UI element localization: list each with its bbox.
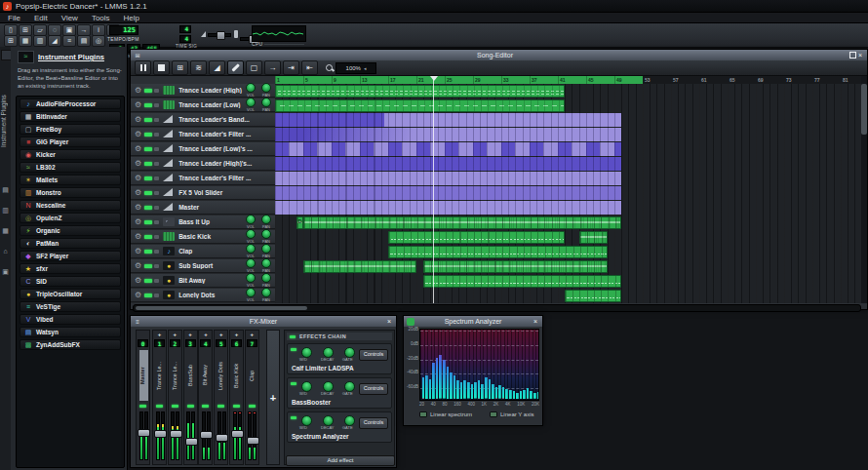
pattern-segment[interactable] [423,260,608,273]
plugin-item-opulenz[interactable]: ◎OpulenZ [20,213,121,223]
track-name[interactable]: Bit Away [178,277,245,284]
stop-behaviour-end-button[interactable]: ⇥ [283,60,299,75]
fx-mixer-toggle-icon[interactable]: ≡ [62,35,76,47]
pattern-segment[interactable] [565,290,621,302]
channel-fader[interactable] [216,434,228,442]
track-mute-led[interactable] [144,147,152,151]
project-notes-toggle-icon[interactable]: ▤ [77,35,91,47]
plugin-item-mallets[interactable]: ✶Mallets [20,175,121,185]
plugin-item-audiofileprocessor[interactable]: ♪AudioFileProcessor [20,98,121,109]
track-solo-led[interactable] [154,294,159,297]
plugin-item-freeboy[interactable]: ▢FreeBoy [20,124,121,135]
track-solo-led[interactable] [154,191,159,195]
track-header[interactable]: ⚙♪ClapVOLPAN [131,245,275,258]
automation-segment[interactable] [275,128,621,141]
pan-knob[interactable] [261,98,271,107]
stop-behaviour-start-button[interactable]: ⇤ [301,60,318,75]
track-name[interactable]: Sub Suport [178,262,245,269]
track-name[interactable]: Trance Leader's Filter ... [178,175,275,181]
vertical-scrollbar[interactable] [861,76,867,303]
track-gear-icon[interactable]: ⚙ [135,276,141,285]
vol-knob[interactable] [246,244,256,254]
song-content-area[interactable]: Do [275,84,861,303]
track-solo-led[interactable] [154,250,159,254]
plugin-item-monstro[interactable]: ▥Monstro [20,187,121,198]
timeline[interactable]: 159131721252933374145495357616569737781 [275,76,861,84]
pan-knob[interactable] [261,229,271,239]
track-gear-icon[interactable]: ⚙ [135,144,141,153]
track-solo-led[interactable] [154,147,159,151]
spectrum-checkbox-linear-spectrum[interactable]: Linear spectrum [419,411,472,417]
effect-controls-button[interactable]: Controls [359,383,388,395]
vol-knob[interactable] [246,83,256,93]
plugin-item-lb302[interactable]: ≈LB302 [20,162,121,173]
track-header[interactable]: ⚙Basic KickVOLPAN [131,230,275,244]
fx-channel-6[interactable]: +6Basic Kick [229,330,244,465]
fx-channel-2[interactable]: +2Trance Le... [168,330,182,465]
plugin-item-kicker[interactable]: ◉Kicker [20,149,121,160]
piano-roll-toggle-icon[interactable]: ▥ [33,35,47,47]
track-mute-led[interactable] [144,206,152,210]
fx-channel-7[interactable]: +7Clap [245,330,259,465]
track-gear-icon[interactable]: ⚙ [135,174,141,182]
effects-chain-led[interactable] [290,335,296,338]
new-fx-channel-button[interactable]: + [266,330,280,465]
track-mute-led[interactable] [144,294,152,297]
zoom-level-control[interactable]: 100% ◂ [335,62,376,74]
channel-name[interactable]: Clap [249,350,257,401]
vol-knob[interactable] [246,288,256,297]
track-gear-icon[interactable]: ⚙ [135,130,141,138]
channel-mute-led[interactable] [172,405,178,408]
track-lane[interactable] [275,113,861,128]
channel-mute-led[interactable] [217,405,224,408]
track-mute-led[interactable] [144,250,152,254]
zoom-dropdown-arrow-icon[interactable]: ◂ [364,65,367,71]
track-gear-icon[interactable]: ⚙ [135,217,141,226]
plugin-item-bitinvader[interactable]: ▦BitInvader [20,111,121,122]
channel-send-plus-icon[interactable]: + [199,332,212,337]
track-header[interactable]: ⚙Master [131,201,275,215]
plugin-item-sf2-player[interactable]: ◆SF2 Player [20,251,121,261]
plugin-item-organic[interactable]: ⚡Organic [20,225,121,236]
track-lane[interactable] [275,201,861,215]
channel-name[interactable]: Lonely Dots [217,350,226,401]
track-gear-icon[interactable]: ⚙ [135,232,141,241]
track-solo-led[interactable] [154,118,159,122]
channel-mute-led[interactable] [202,405,209,408]
effect-slot-bassbooster[interactable]: W/DDECAYGATEControlsBassBooster [287,377,392,409]
effect-controls-button[interactable]: Controls [359,417,388,429]
channel-fader[interactable] [247,437,259,445]
track-solo-led[interactable] [154,279,159,283]
sidebar-tab-instrument-plugins[interactable]: Instrument Plugins [0,62,11,179]
vol-knob[interactable] [246,258,256,268]
stop-button[interactable] [153,60,170,75]
track-lane[interactable] [275,98,861,113]
add-effect-button[interactable]: Add effect [286,455,395,466]
automation-segment[interactable] [275,113,621,127]
track-name[interactable]: Trance Leader (High) [178,87,245,94]
close-icon[interactable]: × [385,318,393,326]
track-header[interactable]: ⚙Trance Leader's Band... [131,113,275,127]
track-name[interactable]: Trance Leader's Band... [178,116,275,123]
channel-fader[interactable] [185,438,198,446]
track-gear-icon[interactable]: ⚙ [135,188,141,197]
pattern-segment[interactable] [388,246,608,258]
channel-send-plus-icon[interactable]: + [215,332,227,337]
fx-mixer-title-bar[interactable]: ≡ FX-Mixer × [131,316,396,327]
plugin-item-nescaline[interactable]: NNescaline [20,200,121,211]
track-lane[interactable] [275,186,861,201]
plugin-item-watsyn[interactable]: ▤Watsyn [20,327,121,337]
track-mute-led[interactable] [144,118,152,122]
vol-knob[interactable] [246,98,256,107]
track-lane[interactable] [275,289,861,303]
menu-file[interactable]: File [2,14,26,22]
fx-channel-5[interactable]: +5Lonely Dots [214,330,228,465]
track-mute-led[interactable] [144,235,152,239]
track-header[interactable]: ⚙●Lonely DotsVOLPAN [131,289,275,302]
effect-controls-button[interactable]: Controls [359,349,388,361]
effect-slot-spectrum-analyzer[interactable]: W/DDECAYGATEControlsSpectrum Analyzer [287,411,392,443]
track-name[interactable]: Trance Leader's Filter ... [178,131,275,137]
track-header[interactable]: ⚙Trance Leader (Low)'s ... [131,142,275,156]
channel-fader[interactable] [231,430,244,438]
menu-help[interactable]: Help [118,14,145,22]
